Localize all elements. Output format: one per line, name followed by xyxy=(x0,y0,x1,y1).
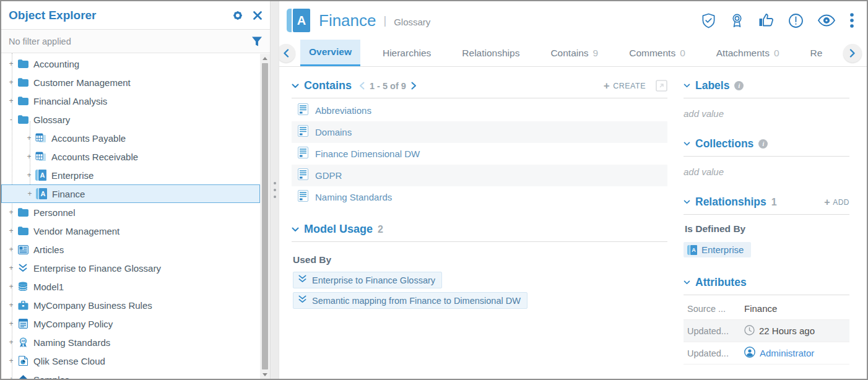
tabs-scroll-left-button[interactable] xyxy=(279,44,295,63)
tree-expander[interactable]: + xyxy=(7,97,15,105)
tree-expander[interactable]: - xyxy=(7,116,15,123)
chevron-down-icon[interactable] xyxy=(684,142,690,146)
tab-contains[interactable]: Contains9 xyxy=(542,40,607,66)
tree-item-label: Samples xyxy=(33,374,69,379)
attribute-label: Updated... xyxy=(687,348,744,358)
tree-item-accounts-receivable[interactable]: + Accounts Receivable xyxy=(1,147,260,166)
tree-expander[interactable]: + xyxy=(7,264,15,272)
tree-item-accounting[interactable]: + Accounting xyxy=(1,54,260,73)
used-by-chip[interactable]: Semantic mapping from Finance to Dimensi… xyxy=(293,292,527,309)
tree-item-glossary[interactable]: - Glossary xyxy=(1,110,260,129)
tables-icon xyxy=(35,132,47,144)
page-next-icon[interactable] xyxy=(411,82,417,90)
section-title: Collections xyxy=(695,137,753,150)
tree-item-articles[interactable]: + Articles xyxy=(1,240,260,259)
tree-expander[interactable]: + xyxy=(7,339,15,346)
open-in-new-icon[interactable] xyxy=(656,80,667,92)
tab-attachments[interactable]: Attachments0 xyxy=(708,40,788,66)
attribute-value-link[interactable]: Administrator xyxy=(760,348,814,358)
contains-item[interactable]: Naming Standards xyxy=(292,186,667,208)
chevron-down-icon[interactable] xyxy=(684,280,690,285)
contains-list: Abbreviations Domains Finance Dimensiona… xyxy=(292,100,667,208)
tree-item-accounts-payable[interactable]: + Accounts Payable xyxy=(1,129,260,147)
tree-expander[interactable]: + xyxy=(7,283,15,290)
tab-re-truncated[interactable]: Re xyxy=(802,40,831,66)
plus-icon: + xyxy=(604,82,610,90)
info-icon[interactable]: i xyxy=(734,81,744,90)
tree-item-customer-management[interactable]: + Customer Management xyxy=(1,73,260,92)
section-count: 2 xyxy=(378,224,383,235)
tree-item-personnel[interactable]: + Personnel xyxy=(1,203,260,222)
thumbs-up-icon[interactable] xyxy=(758,13,775,28)
tree-item-mycompany-policy[interactable]: + MyCompany Policy xyxy=(1,314,260,333)
tree-item-finance[interactable]: + A Finance xyxy=(1,184,260,203)
tree-item-naming-standards[interactable]: + AB Naming Standards xyxy=(1,333,260,352)
settings-gear-icon[interactable] xyxy=(232,9,244,22)
tree-expander[interactable]: + xyxy=(7,357,15,365)
tree-expander[interactable]: + xyxy=(7,79,15,86)
tree-item-vendor-management[interactable]: + Vendor Management xyxy=(1,222,260,240)
chevron-down-icon[interactable] xyxy=(292,84,299,89)
mapping-icon xyxy=(17,262,29,274)
tabs-scroll-right-button[interactable] xyxy=(843,44,862,63)
tree-expander[interactable]: + xyxy=(7,227,15,235)
ribbon-award-icon[interactable] xyxy=(729,12,745,28)
scrollbar-thumb[interactable] xyxy=(262,63,268,369)
close-icon[interactable] xyxy=(253,11,263,20)
tree-item-financial-analysis[interactable]: + Financial Analysis xyxy=(1,92,260,110)
tree-expander[interactable]: + xyxy=(25,134,33,142)
add-value-placeholder[interactable]: add value xyxy=(684,166,849,177)
tables-icon xyxy=(35,150,47,163)
chevron-down-icon[interactable] xyxy=(684,84,690,88)
page-prev-icon[interactable] xyxy=(359,82,365,90)
tree-item-enterprise-to-finance-glossary[interactable]: + Enterprise to Finance Glossary xyxy=(1,259,260,277)
tree-item-model1[interactable]: + Model1 xyxy=(1,277,260,296)
tree-expander[interactable]: + xyxy=(7,301,15,309)
chevron-down-icon[interactable] xyxy=(292,227,299,232)
info-icon[interactable]: i xyxy=(758,139,768,149)
tree-item-samples[interactable]: + Samples xyxy=(1,370,260,379)
create-button[interactable]: +CREATE xyxy=(604,82,646,90)
tree-item-mycompany-business-rules[interactable]: + MyCompany Business Rules xyxy=(1,296,260,314)
filter-funnel-icon[interactable] xyxy=(251,36,263,47)
tree-scrollbar[interactable] xyxy=(260,54,270,379)
tree-item-enterprise[interactable]: + A Enterprise xyxy=(1,166,260,184)
kebab-menu-icon[interactable] xyxy=(849,12,854,28)
tab-comments[interactable]: Comments0 xyxy=(620,40,694,66)
tree-expander[interactable]: + xyxy=(25,153,33,160)
folder-icon xyxy=(17,113,29,126)
tree-expander[interactable]: + xyxy=(7,209,15,216)
add-relationship-button[interactable]: +ADD xyxy=(824,198,849,207)
tab-hierarchies[interactable]: Hierarchies xyxy=(374,40,440,66)
scroll-down-arrow[interactable] xyxy=(260,370,270,379)
tree-expander[interactable]: + xyxy=(7,320,15,327)
contains-item[interactable]: Finance Dimensional DW xyxy=(292,143,667,165)
tree-expander[interactable]: + xyxy=(25,190,34,197)
chevron-down-icon[interactable] xyxy=(684,200,690,204)
tree-item-qlik-sense-cloud[interactable]: + Qlik Sense Cloud xyxy=(1,352,260,370)
used-by-chip[interactable]: Enterprise to Finance Glossary xyxy=(293,272,442,288)
attribute-row: Updated... 22 Hours ago xyxy=(684,320,849,342)
contains-item[interactable]: Domains xyxy=(292,121,667,143)
alert-circle-icon[interactable] xyxy=(788,13,804,28)
divider xyxy=(684,295,849,295)
scroll-up-arrow[interactable] xyxy=(260,54,270,63)
add-value-placeholder[interactable]: add value xyxy=(684,108,849,119)
related-asset-chip[interactable]: A Enterprise xyxy=(684,242,751,257)
attribute-row: Updated... Administrator xyxy=(684,342,849,365)
used-by-label: Used By xyxy=(293,254,667,266)
contains-item[interactable]: GDPR xyxy=(292,165,667,186)
panel-splitter[interactable] xyxy=(270,1,279,379)
tree-expander[interactable]: + xyxy=(25,171,33,179)
tree-expander[interactable]: + xyxy=(7,60,15,67)
shield-check-icon[interactable] xyxy=(701,13,716,28)
tree-item-label: Qlik Sense Cloud xyxy=(33,356,105,366)
tab-relationships[interactable]: Relationships xyxy=(453,40,528,66)
tree-expander[interactable]: + xyxy=(7,246,15,253)
tree-item-label: Enterprise xyxy=(51,170,93,181)
contains-item[interactable]: Abbreviations xyxy=(292,100,667,121)
tab-overview[interactable]: Overview xyxy=(300,40,360,66)
tree-item-label: Naming Standards xyxy=(33,337,110,348)
eye-icon[interactable] xyxy=(817,14,836,27)
tree-expander[interactable]: + xyxy=(7,376,15,379)
